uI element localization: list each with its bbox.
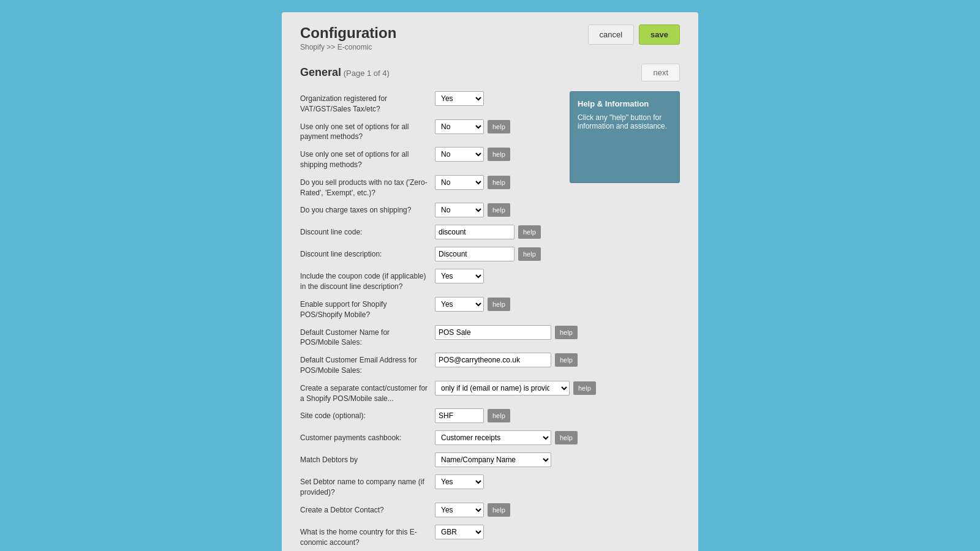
field-control-area: YesNohelp	[435, 147, 557, 162]
form-row: Organization registered for VAT/GST/Sale…	[300, 91, 557, 114]
field-control-area: YesNohelp	[435, 203, 557, 217]
field-control-area: GBRUSAEUR	[435, 525, 557, 539]
section-header: General (Page 1 of 4) next	[300, 64, 680, 81]
page-subtitle: Shopify >> E-conomic	[300, 43, 396, 51]
help-button[interactable]: help	[488, 148, 510, 161]
form-row: Discount line description:help	[300, 247, 557, 264]
field-input[interactable]	[435, 247, 514, 261]
field-label: Create a separate contact/customer for a…	[300, 381, 435, 404]
header-buttons: cancel save	[588, 24, 680, 45]
field-label: Discount line description:	[300, 247, 435, 260]
section-title: General	[300, 66, 341, 78]
field-input[interactable]	[435, 225, 514, 239]
field-label: Do you sell products with no tax ('Zero-…	[300, 175, 435, 198]
field-select[interactable]: YesNo	[435, 91, 484, 106]
field-control-area: YesNohelp	[435, 119, 557, 134]
help-button[interactable]: help	[518, 247, 541, 261]
field-label: Use only one set of options for all paym…	[300, 119, 435, 143]
field-control-area: YesNo	[435, 91, 557, 106]
field-label: Create a Debtor Contact?	[300, 503, 435, 515]
form-row: Default Customer Name for POS/Mobile Sal…	[300, 325, 557, 348]
field-select[interactable]: YesNo	[435, 297, 484, 312]
help-title: Help & Information	[578, 99, 672, 108]
field-control-area: help	[435, 408, 557, 423]
form-row: Use only one set of options for all paym…	[300, 119, 557, 143]
form-row: Discount line code:help	[300, 225, 557, 242]
section-page-info: (Page 1 of 4)	[344, 69, 390, 78]
help-button[interactable]: help	[488, 409, 510, 422]
field-input[interactable]	[435, 353, 551, 367]
field-control-area: help	[435, 225, 557, 239]
field-select[interactable]: only if id (email or name) is providedal…	[435, 381, 570, 395]
field-select[interactable]: GBRUSAEUR	[435, 525, 484, 539]
form-row: Include the coupon code (if applicable) …	[300, 269, 557, 292]
field-label: Default Customer Name for POS/Mobile Sal…	[300, 325, 435, 348]
field-label: Enable support for Shopify POS/Shopify M…	[300, 297, 435, 320]
field-select[interactable]: Customer receiptsOther	[435, 430, 551, 445]
field-label: Include the coupon code (if applicable) …	[300, 269, 435, 292]
form-row: Customer payments cashbook:Customer rece…	[300, 430, 557, 448]
field-select[interactable]: YesNo	[435, 147, 484, 162]
help-button[interactable]: help	[488, 120, 510, 133]
field-label: Default Customer Email Address for POS/M…	[300, 353, 435, 376]
field-input[interactable]	[435, 408, 484, 423]
form-row: What is the home country for this E-cono…	[300, 525, 557, 548]
help-box: Help & Information Click any "help" butt…	[570, 91, 680, 183]
field-control-area: YesNohelp	[435, 175, 557, 190]
form-row: Match Debtors byName/Company NameEmailID	[300, 452, 557, 470]
help-button[interactable]: help	[488, 176, 510, 189]
field-select[interactable]: YesNo	[435, 175, 484, 190]
help-button[interactable]: help	[518, 225, 541, 239]
field-select[interactable]: Name/Company NameEmailID	[435, 452, 551, 467]
field-label: Set Debtor name to company name (if prov…	[300, 474, 435, 498]
section-title-area: General (Page 1 of 4)	[300, 66, 390, 79]
form-row: Site code (optional):help	[300, 408, 557, 425]
page-title: Configuration	[300, 24, 396, 42]
field-label: Site code (optional):	[300, 408, 435, 421]
field-label: Do you charge taxes on shipping?	[300, 203, 435, 216]
next-button[interactable]: next	[641, 64, 680, 81]
help-button[interactable]: help	[488, 503, 510, 517]
field-input[interactable]	[435, 325, 551, 340]
help-section: Help & Information Click any "help" butt…	[570, 91, 680, 551]
form-row: Enable support for Shopify POS/Shopify M…	[300, 297, 557, 320]
header-text: Configuration Shopify >> E-conomic	[300, 24, 396, 51]
form-row: Default Customer Email Address for POS/M…	[300, 353, 557, 376]
field-select[interactable]: YesNo	[435, 503, 484, 517]
field-control-area: YesNohelp	[435, 503, 557, 517]
help-body: Click any "help" button for information …	[578, 113, 672, 130]
form-row: Create a Debtor Contact?YesNohelp	[300, 503, 557, 520]
field-label: Use only one set of options for all ship…	[300, 147, 435, 170]
field-control-area: YesNo	[435, 269, 557, 283]
form-row: Do you charge taxes on shipping?YesNohel…	[300, 203, 557, 220]
page-header: Configuration Shopify >> E-conomic cance…	[300, 24, 680, 51]
field-control-area: YesNohelp	[435, 297, 557, 312]
field-control-area: help	[435, 353, 578, 367]
form-row: Use only one set of options for all ship…	[300, 147, 557, 170]
help-button[interactable]: help	[488, 298, 510, 311]
form-row: Create a separate contact/customer for a…	[300, 381, 557, 404]
field-select[interactable]: YesNo	[435, 269, 484, 283]
cancel-button[interactable]: cancel	[588, 24, 635, 45]
field-label: Organization registered for VAT/GST/Sale…	[300, 91, 435, 114]
field-control-area: help	[435, 325, 578, 340]
field-control-area: help	[435, 247, 557, 261]
field-select[interactable]: YesNo	[435, 474, 484, 489]
field-label: Customer payments cashbook:	[300, 430, 435, 443]
field-select[interactable]: YesNo	[435, 203, 484, 217]
field-control-area: YesNo	[435, 474, 557, 489]
help-button[interactable]: help	[488, 203, 510, 217]
field-label: What is the home country for this E-cono…	[300, 525, 435, 548]
form-row: Set Debtor name to company name (if prov…	[300, 474, 557, 498]
field-select[interactable]: YesNo	[435, 119, 484, 134]
form-section: Organization registered for VAT/GST/Sale…	[300, 91, 557, 551]
field-control-area: Name/Company NameEmailID	[435, 452, 557, 467]
field-label: Discount line code:	[300, 225, 435, 238]
save-button[interactable]: save	[639, 24, 680, 45]
form-row: Do you sell products with no tax ('Zero-…	[300, 175, 557, 198]
field-control-area: Customer receiptsOtherhelp	[435, 430, 578, 445]
field-label: Match Debtors by	[300, 452, 435, 465]
content-area: Organization registered for VAT/GST/Sale…	[300, 91, 680, 551]
